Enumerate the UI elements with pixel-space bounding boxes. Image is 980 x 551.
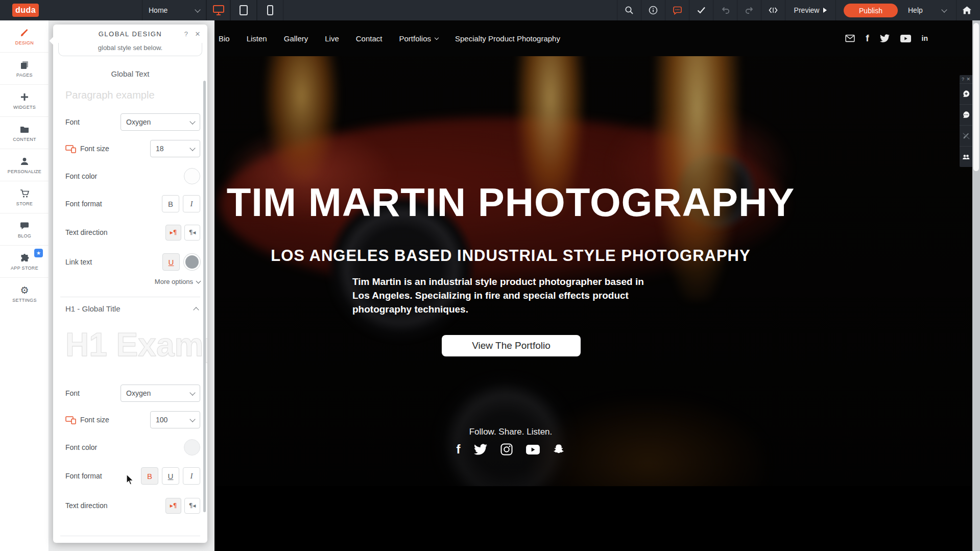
sidebar-item-label: BLOG: [18, 233, 31, 238]
facebook-icon[interactable]: f: [866, 33, 869, 44]
desktop-view-button[interactable]: [206, 0, 230, 20]
sidebar-item-store[interactable]: STORE: [0, 181, 49, 213]
nav-item-specialty[interactable]: Specialty Product Photography: [455, 34, 560, 43]
nav-item-listen[interactable]: Listen: [247, 34, 267, 43]
sidebar-item-widgets[interactable]: WIDGETS: [0, 85, 49, 117]
preview-button[interactable]: Preview: [785, 0, 836, 20]
youtube-icon[interactable]: [526, 445, 540, 454]
page-selector-dropdown[interactable]: Home: [142, 0, 206, 20]
add-comment-button[interactable]: [960, 84, 972, 105]
sidebar-item-design[interactable]: DESIGN: [0, 20, 49, 53]
dashboard-home-button[interactable]: [956, 0, 977, 20]
page-scrollbar-track[interactable]: [972, 20, 980, 551]
duda-logo[interactable]: duda: [12, 4, 39, 17]
chat-icon: [673, 6, 682, 15]
collaborators-button[interactable]: [960, 147, 972, 167]
linkedin-icon[interactable]: in: [922, 34, 928, 42]
search-icon: [625, 6, 634, 15]
help-label: Help: [908, 6, 923, 14]
text-direction-label: Text direction: [65, 228, 107, 236]
chevron-down-icon: [189, 145, 195, 151]
checkmark-icon: [697, 6, 706, 14]
mobile-view-button[interactable]: [257, 0, 283, 20]
search-button[interactable]: [617, 0, 641, 20]
sidebar-item-blog[interactable]: BLOG: [0, 213, 49, 246]
h1-italic-button[interactable]: I: [183, 467, 200, 485]
comment-plus-icon: [962, 90, 970, 98]
font-select[interactable]: Oxygen: [121, 113, 200, 131]
ltr-direction-button[interactable]: ▸¶: [165, 225, 181, 241]
font-size-select[interactable]: 18: [150, 140, 200, 157]
h1-rtl-direction-button[interactable]: ¶◂: [184, 498, 200, 514]
view-portfolio-button[interactable]: View The Portfolio: [442, 335, 581, 356]
italic-button[interactable]: I: [183, 195, 200, 212]
nav-item-gallery[interactable]: Gallery: [284, 34, 308, 43]
sidebar-item-personalize[interactable]: PERSONALIZE: [0, 149, 49, 181]
publish-button[interactable]: Publish: [844, 4, 898, 17]
panel-scrollbar[interactable]: [203, 81, 206, 512]
floating-close-button[interactable]: ✕: [966, 77, 970, 82]
redo-button[interactable]: [737, 0, 761, 20]
chevron-down-icon: [941, 7, 947, 12]
comment-dots-icon: [962, 111, 970, 119]
help-dropdown[interactable]: Help: [908, 0, 946, 20]
panel-notice-text: global style set below.: [98, 43, 162, 54]
sidebar-item-label: PERSONALIZE: [8, 169, 41, 174]
floating-help-button[interactable]: ?: [962, 77, 964, 82]
feedback-button[interactable]: [665, 0, 689, 20]
preview-label: Preview: [794, 6, 820, 14]
sidebar-item-content[interactable]: CONTENT: [0, 117, 49, 149]
sidebar-item-pages[interactable]: PAGES: [0, 53, 49, 85]
h1-font-color-swatch[interactable]: [184, 439, 200, 456]
h1-font-select[interactable]: Oxygen: [121, 385, 200, 402]
font-size-label-text: Font size: [80, 145, 109, 153]
link-underline-button[interactable]: U: [162, 253, 180, 271]
twitter-icon[interactable]: [474, 444, 487, 455]
page-scrollbar-thumb[interactable]: [973, 23, 979, 171]
editor-sidebar: DESIGN PAGES WIDGETS CONTENT PERSONALIZE…: [0, 20, 49, 551]
rtl-direction-button[interactable]: ¶◂: [184, 225, 200, 241]
info-button[interactable]: [641, 0, 665, 20]
h1-section-header[interactable]: H1 - Global Title: [65, 304, 198, 313]
ltr-icon: ▸¶: [170, 229, 177, 236]
font-color-swatch[interactable]: [184, 168, 200, 184]
dev-mode-button[interactable]: [761, 0, 785, 20]
site-header: Bio Listen Gallery Live Contact Portfoli…: [214, 20, 972, 56]
h1-font-size-select[interactable]: 100: [150, 411, 200, 428]
h1-ltr-direction-button[interactable]: ▸¶: [165, 498, 181, 514]
nav-item-live[interactable]: Live: [325, 34, 339, 43]
sidebar-item-app-store[interactable]: ★ APP STORE: [0, 246, 49, 278]
bold-button[interactable]: B: [162, 195, 179, 212]
comments-button[interactable]: [960, 105, 972, 126]
panel-help-button[interactable]: ?: [184, 30, 189, 38]
hero-subtitle: LOS ANGELES BASED INDUSTRIAL STYLE PHOTO…: [214, 247, 807, 265]
sidebar-item-label: WIDGETS: [13, 105, 36, 110]
twitter-icon[interactable]: [880, 34, 890, 42]
link-color-swatch[interactable]: [184, 254, 200, 270]
h1-font-select-value: Oxygen: [126, 389, 151, 397]
panel-close-button[interactable]: ✕: [195, 30, 201, 38]
undo-button[interactable]: [713, 0, 737, 20]
facebook-icon[interactable]: f: [457, 442, 461, 457]
tablet-icon: [239, 5, 248, 16]
instagram-icon[interactable]: [500, 443, 513, 456]
sidebar-item-label: APP STORE: [11, 266, 38, 271]
nav-item-contact[interactable]: Contact: [356, 34, 383, 43]
save-check-button[interactable]: [689, 0, 713, 20]
nav-item-bio[interactable]: Bio: [219, 34, 230, 43]
follow-share-listen-text: Follow. Share. Listen.: [214, 427, 807, 437]
tablet-view-button[interactable]: [230, 0, 257, 20]
more-options-link[interactable]: More options: [53, 278, 200, 285]
snapchat-icon[interactable]: [553, 443, 565, 456]
h1-underline-button[interactable]: U: [162, 467, 179, 485]
h1-bold-button[interactable]: B: [141, 467, 158, 485]
youtube-icon[interactable]: [900, 35, 911, 42]
play-icon: [823, 8, 827, 13]
email-icon[interactable]: [845, 34, 855, 42]
nav-item-portfolios[interactable]: Portfolios: [399, 34, 438, 43]
hide-design-button[interactable]: [960, 126, 972, 147]
sidebar-item-settings[interactable]: ⚙ SETTINGS: [0, 278, 49, 309]
mobile-icon: [267, 5, 274, 16]
font-format-label: Font format: [65, 200, 102, 208]
people-icon: [962, 153, 970, 161]
